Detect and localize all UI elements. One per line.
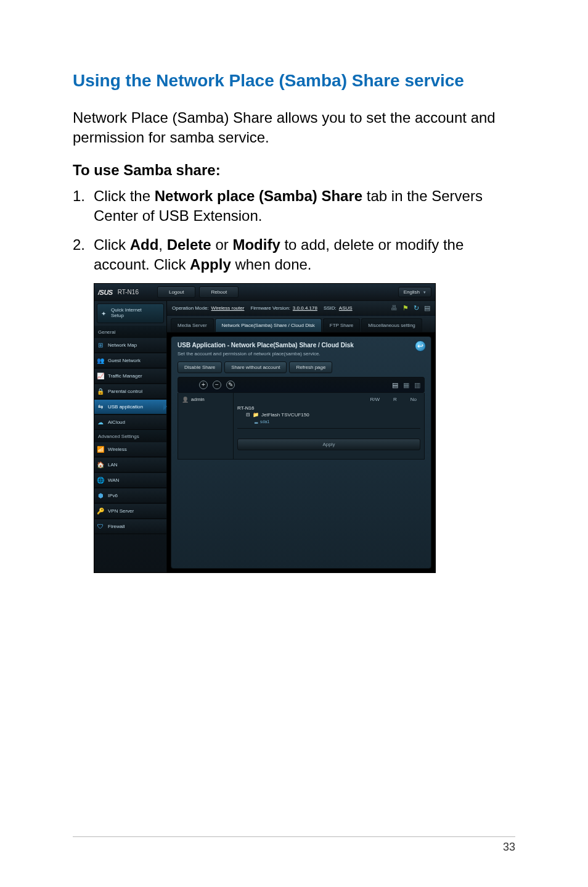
top-bar: /SUS RT-N16 Logout Reboot English ▾	[94, 284, 435, 301]
map-icon: ⊞	[97, 341, 104, 349]
usb-status-icon[interactable]: ⚑	[402, 304, 409, 312]
step-text: Click the	[94, 188, 155, 204]
people-icon: 👥	[97, 357, 104, 364]
logout-button[interactable]: Logout	[157, 286, 195, 298]
sidebar-item-aicloud[interactable]: ☁AiCloud	[94, 415, 166, 430]
language-select[interactable]: English ▾	[398, 287, 431, 297]
sidebar-item-label: Parental control	[108, 389, 142, 394]
sidebar-item-ipv6[interactable]: ⬢IPv6	[94, 488, 166, 503]
tab-media-server[interactable]: Media Server	[171, 318, 214, 332]
sidebar-item-label: IPv6	[108, 493, 118, 498]
fw-value[interactable]: 3.0.0.4.178	[293, 305, 317, 311]
user-cell[interactable]: admin	[178, 393, 234, 459]
tree-partition[interactable]: ▂ sda1	[237, 418, 420, 424]
fw-label: Firmware Version:	[250, 305, 290, 311]
lock-icon: 🔒	[97, 387, 104, 395]
tab-samba-share[interactable]: Network Place(Samba) Share / Cloud Disk	[215, 318, 322, 332]
view-list-icon[interactable]: ▤	[392, 381, 398, 389]
modify-account-button[interactable]: ✎	[226, 381, 235, 389]
sidebar-item-lan[interactable]: 🏠LAN	[94, 457, 166, 472]
router-screenshot: /SUS RT-N16 Logout Reboot English ▾ ✦ Qu…	[94, 283, 436, 573]
ssid-value[interactable]: ASUS	[339, 305, 353, 311]
device-icon[interactable]: ▤	[424, 304, 430, 312]
reboot-button[interactable]: Reboot	[199, 286, 239, 298]
sidebar-item-wireless[interactable]: 📶Wireless	[94, 442, 166, 457]
sidebar-item-label: WAN	[108, 477, 119, 483]
apply-button[interactable]: Apply	[237, 439, 420, 450]
step-text: Click	[94, 236, 130, 253]
sidebar-item-usb-application[interactable]: ⇆USB application	[94, 399, 166, 415]
ssid-label: SSID:	[324, 305, 337, 311]
sidebar-item-label: VPN Server	[108, 508, 134, 514]
sidebar-item-network-map[interactable]: ⊞Network Map	[94, 337, 166, 353]
step-2: 2. Click Add, Delete or Modify to add, d…	[73, 235, 515, 275]
view-detail-icon[interactable]: ▥	[414, 381, 420, 389]
main-area: Operation Mode: Wireless router Firmware…	[167, 301, 435, 572]
sidebar: ✦ Quick Internet Setup General ⊞Network …	[94, 301, 167, 572]
step-bold: Delete	[167, 236, 211, 253]
wand-icon: ✦	[100, 310, 107, 317]
step-text: ,	[158, 236, 166, 253]
qis-line2: Setup	[111, 313, 124, 318]
brand-logo: /SUS	[98, 289, 113, 296]
usb-icon: ⇆	[97, 403, 104, 410]
sidebar-item-firewall[interactable]: 🛡Firewall	[94, 519, 166, 534]
usb-drive-icon: ⊟	[246, 412, 250, 418]
step-text: when done.	[231, 256, 312, 273]
qis-line1: Quick Internet	[111, 307, 142, 313]
tab-misc-setting[interactable]: Miscellaneous setting	[361, 318, 422, 332]
quick-internet-setup[interactable]: ✦ Quick Internet Setup	[97, 303, 164, 323]
wifi-icon: 📶	[97, 445, 104, 453]
perm-header-r: R	[393, 397, 397, 402]
sidebar-item-label: Wireless	[108, 447, 127, 452]
section-title: Using the Network Place (Samba) Share se…	[73, 71, 515, 91]
sidebar-item-label: LAN	[108, 462, 118, 468]
sidebar-item-label: Firewall	[108, 524, 125, 529]
step-text: or	[211, 236, 233, 253]
delete-account-button[interactable]: −	[213, 381, 221, 389]
tree-label: JetFlash TSVCUF150	[261, 412, 309, 418]
folder-icon: 📁	[253, 412, 259, 418]
language-label: English	[404, 289, 420, 295]
view-grid-icon[interactable]: ▦	[403, 381, 409, 389]
intro-paragraph: Network Place (Samba) Share allows you t…	[73, 108, 515, 148]
back-button[interactable]: ↩	[415, 340, 426, 352]
refresh-icon[interactable]: ↻	[414, 304, 419, 312]
sidebar-item-parental-control[interactable]: 🔒Parental control	[94, 384, 166, 399]
cloud-icon: ☁	[97, 418, 104, 426]
share-without-account-button[interactable]: Share without account	[224, 361, 287, 373]
tree-device[interactable]: ⊟ 📁 JetFlash TSVCUF150	[237, 411, 420, 418]
sidebar-item-label: USB application	[108, 404, 143, 410]
step-bold: Network place (Samba) Share	[155, 188, 362, 204]
sidebar-item-wan[interactable]: 🌐WAN	[94, 472, 166, 488]
tab-strip: Media Server Network Place(Samba) Share …	[167, 316, 435, 332]
partition-icon: ▂	[255, 419, 258, 424]
perm-header-rw: R/W	[370, 397, 380, 402]
sidebar-item-traffic-manager[interactable]: 📈Traffic Manager	[94, 368, 166, 384]
sidebar-item-guest-network[interactable]: 👥Guest Network	[94, 353, 166, 368]
page-footer: 33	[73, 836, 515, 854]
sidebar-item-label: Network Map	[108, 342, 137, 348]
disable-share-button[interactable]: Disable Share	[178, 361, 222, 373]
chart-icon: 📈	[97, 372, 104, 379]
add-account-button[interactable]: +	[199, 381, 208, 389]
printer-icon[interactable]: 🖶	[391, 304, 398, 312]
sidebar-item-label: Traffic Manager	[108, 373, 142, 379]
opmode-value[interactable]: Wireless router	[211, 305, 245, 311]
tab-ftp-share[interactable]: FTP Share	[323, 318, 361, 332]
opmode-label: Operation Mode:	[172, 305, 209, 311]
ipv6-icon: ⬢	[97, 492, 104, 499]
tree-root[interactable]: RT-N16	[237, 405, 420, 411]
step-1: 1. Click the Network place (Samba) Share…	[73, 186, 515, 226]
sidebar-item-vpn-server[interactable]: 🔑VPN Server	[94, 503, 166, 519]
home-icon: 🏠	[97, 461, 104, 468]
sidebar-header-advanced: Advanced Settings	[94, 430, 166, 442]
model-name: RT-N16	[118, 289, 139, 295]
step-bold: Modify	[232, 236, 280, 253]
perm-header-no: No	[410, 397, 417, 402]
sidebar-item-label: Guest Network	[108, 358, 141, 363]
step-number: 2.	[73, 235, 94, 275]
sidebar-item-label: AiCloud	[108, 419, 125, 425]
panel-title: USB Application - Network Place(Samba) S…	[178, 342, 425, 349]
refresh-page-button[interactable]: Refresh page	[289, 361, 332, 373]
